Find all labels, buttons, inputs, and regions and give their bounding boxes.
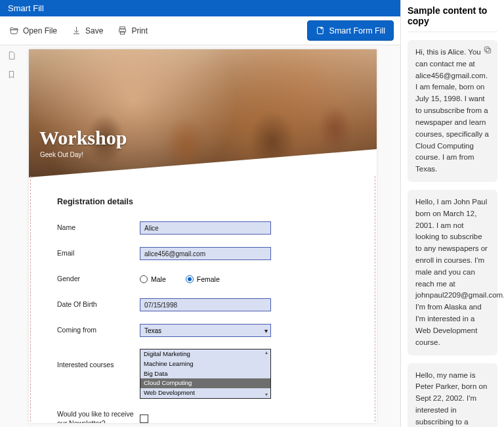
sample-card: Hello, I am John Paul born on March 12, …: [408, 190, 497, 355]
courses-label: Interested courses: [57, 349, 140, 370]
bookmark-icon[interactable]: [7, 70, 16, 79]
title-bar: Smart Fill: [0, 0, 400, 16]
course-option[interactable]: Web Development: [140, 388, 270, 398]
gender-radio-group: Male Female: [140, 275, 271, 283]
name-field[interactable]: [140, 221, 271, 235]
form-area: Registration details Name Email Gender M…: [30, 176, 375, 423]
dob-field[interactable]: [140, 298, 271, 311]
coming-from-value: Texas: [144, 327, 161, 334]
open-file-button[interactable]: Open File: [7, 23, 60, 38]
chevron-down-icon: ▾: [264, 327, 268, 334]
svg-rect-4: [486, 49, 491, 53]
right-panel-title: Sample content to copy: [408, 5, 497, 32]
app-title: Smart Fill: [8, 3, 44, 13]
gender-label: Gender: [57, 275, 140, 284]
smart-form-fill-label: Smart Form Fill: [329, 26, 385, 35]
gender-radio-male[interactable]: Male: [140, 275, 166, 283]
right-panel: Sample content to copy Hi, this is Alice…: [400, 0, 504, 427]
sample-card: Hello, my name is Peter Parker, born on …: [408, 363, 497, 428]
courses-listbox[interactable]: Digital Marketing Machine Learning Big D…: [140, 349, 271, 399]
dob-label: Date Of Birth: [57, 300, 140, 309]
save-label: Save: [85, 26, 103, 35]
sample-text: Hello, I am John Paul born on March 12, …: [415, 198, 504, 346]
print-icon: [117, 26, 127, 35]
newsletter-checkbox[interactable]: [140, 415, 148, 423]
gender-radio-female[interactable]: Female: [186, 275, 220, 283]
newsletter-label: Would you like to receive our Newsletter…: [57, 410, 140, 423]
sample-text: Hi, this is Alice. You can contact me at…: [415, 48, 489, 173]
copy-icon[interactable]: [483, 45, 492, 55]
left-gutter: [0, 45, 22, 427]
main-pane: Smart Fill Open File Save Print Smart Fo…: [0, 0, 400, 427]
email-field[interactable]: [140, 247, 271, 260]
save-button[interactable]: Save: [69, 23, 106, 38]
hero-title: Workshop: [39, 127, 127, 149]
course-option-selected[interactable]: Cloud Computing: [140, 378, 270, 388]
gender-female-label: Female: [197, 275, 220, 283]
svg-rect-2: [121, 32, 125, 34]
document-area: Workshop Geek Out Day! Registration deta…: [0, 45, 400, 427]
pdf-page: Workshop Geek Out Day! Registration deta…: [29, 49, 377, 423]
from-label: Coming from: [57, 326, 140, 335]
svg-rect-5: [484, 47, 489, 51]
print-label: Print: [131, 26, 148, 35]
magic-fill-icon: [316, 26, 326, 35]
hero-subtitle: Geek Out Day!: [40, 151, 83, 158]
page-thumbnails-icon[interactable]: [7, 51, 16, 60]
smart-form-fill-button[interactable]: Smart Form Fill: [307, 20, 394, 41]
gender-male-label: Male: [151, 275, 166, 283]
course-option[interactable]: Digital Marketing: [140, 349, 270, 359]
sample-text: Hello, my name is Peter Parker, born on …: [415, 371, 504, 428]
course-option[interactable]: Big Data: [140, 369, 270, 379]
hero-banner: Workshop Geek Out Day!: [29, 49, 377, 177]
toolbar: Open File Save Print Smart Form Fill: [0, 16, 400, 45]
print-button[interactable]: Print: [115, 23, 150, 38]
listbox-scroll[interactable]: ▴▾: [262, 349, 270, 398]
course-option[interactable]: Machine Learning: [140, 359, 270, 369]
download-icon: [72, 26, 81, 35]
folder-open-icon: [9, 26, 19, 35]
name-label: Name: [57, 223, 140, 233]
sample-card: Hi, this is Alice. You can contact me at…: [408, 40, 497, 182]
form-heading: Registration details: [57, 197, 348, 206]
coming-from-select[interactable]: Texas ▾: [140, 324, 271, 337]
email-label: Email: [57, 249, 140, 258]
open-file-label: Open File: [23, 26, 57, 35]
